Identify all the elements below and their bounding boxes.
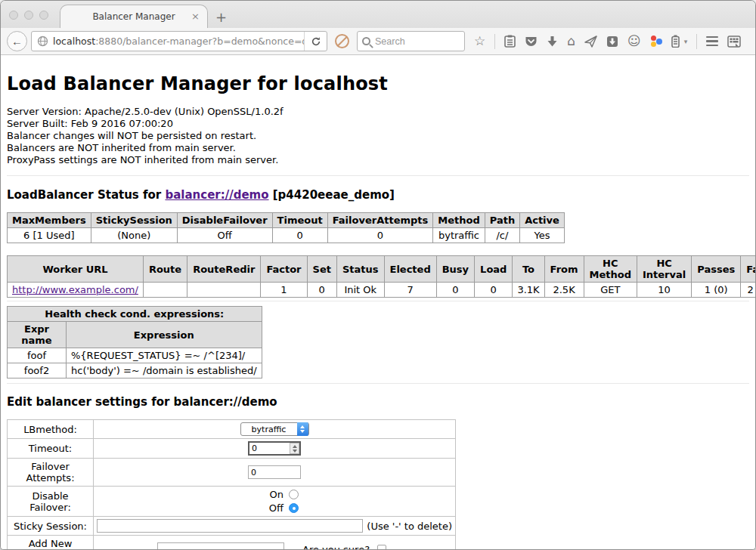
disable-failover-off-radio[interactable] — [289, 503, 299, 513]
page-title: Load Balancer Manager for localhost — [7, 73, 749, 94]
pocket-icon[interactable] — [525, 36, 538, 48]
traffic-lights — [9, 11, 48, 20]
column-header: Timeout — [272, 213, 327, 228]
keyboard-grid-icon[interactable] — [727, 36, 741, 48]
are-you-sure-checkbox[interactable] — [377, 545, 386, 550]
toolbar-icons: ☆ ⌂ ☺ ▾ — [474, 34, 741, 49]
send-plane-icon[interactable] — [584, 36, 597, 48]
window-zoom-button[interactable] — [39, 11, 48, 20]
content-blocked-icon[interactable] — [335, 34, 349, 48]
divider — [7, 383, 749, 384]
toolbar-separator — [696, 34, 697, 49]
column-header: Factor — [261, 256, 307, 283]
timeout-label: Timeout: — [8, 439, 94, 459]
window-minimize-button[interactable] — [24, 11, 33, 20]
radio-off-label: Off — [269, 502, 284, 514]
cell-elected: 7 — [384, 283, 436, 298]
disable-failover-on-radio[interactable] — [289, 490, 299, 499]
cell-method: bytraffic — [433, 228, 485, 243]
form-row-sticky-session: Sticky Session: (Use '-' to delete) — [8, 517, 456, 536]
feedback-smiley-icon[interactable]: ☺ — [627, 35, 641, 48]
cell-timeout: 0 — [272, 228, 327, 243]
lbmethod-label: LBmethod: — [8, 420, 94, 439]
column-header: To — [513, 256, 544, 283]
column-header: FailoverAttempts — [327, 213, 433, 228]
tab-bar: Balancer Manager × + — [1, 1, 755, 28]
table-row: http://www.example.com/ 1 0 Init Ok 7 0 … — [8, 283, 756, 298]
sticky-session-hint: (Use '-' to delete) — [367, 521, 452, 532]
server-built-line: Server Built: Feb 9 2016 07:00:20 — [7, 118, 749, 130]
form-row-failover-attempts: Failover Attempts: — [8, 459, 456, 487]
notice-line: Balancer changes will NOT be persisted o… — [7, 130, 749, 142]
download-icon[interactable] — [547, 36, 558, 48]
save-to-device-icon[interactable] — [606, 36, 618, 48]
column-header: HC Method — [584, 256, 637, 283]
column-header: Set — [307, 256, 336, 283]
are-you-sure-label: Are you sure? — [302, 544, 370, 550]
number-spinner-icon[interactable] — [290, 443, 299, 454]
table-row: foof2 hc('body') =~ /domain is establish… — [8, 363, 262, 379]
bookmark-star-icon[interactable]: ☆ — [474, 35, 485, 48]
search-input[interactable] — [375, 36, 451, 47]
color-dots-extension-icon[interactable] — [650, 36, 662, 48]
cell-expression: hc('body') =~ /domain is established/ — [67, 363, 262, 379]
add-worker-label: Add New Worker: — [8, 536, 94, 550]
reading-list-icon[interactable] — [504, 35, 516, 48]
worker-url-link[interactable]: http://www.example.com/ — [12, 284, 138, 295]
new-tab-button[interactable]: + — [215, 9, 227, 25]
cell-status: Init Ok — [336, 283, 384, 298]
failover-attempts-input[interactable] — [248, 465, 301, 479]
cell-disablefailover: Off — [177, 228, 272, 243]
select-stepper-icon — [297, 422, 308, 436]
add-worker-input[interactable] — [157, 542, 284, 550]
url-bar[interactable]: localhost:8880/balancer-manager?b=demo&n… — [31, 31, 327, 51]
radio-on-label: On — [270, 489, 284, 500]
url-path: :8880/balancer-manager?b=demo&nonce=decc… — [95, 36, 304, 47]
worker-status-table: Worker URL Route RouteRedir Factor Set S… — [7, 255, 756, 298]
notice-line: ProxyPass settings are NOT inherited fro… — [7, 154, 749, 166]
menu-hamburger-icon[interactable] — [706, 36, 718, 47]
balancer-demo-link[interactable]: balancer://demo — [165, 188, 268, 202]
reload-button[interactable] — [304, 31, 327, 51]
form-row-timeout: Timeout: — [8, 439, 456, 459]
divider — [7, 301, 749, 301]
cell-busy: 0 — [436, 283, 474, 298]
lbmethod-selected-value: bytraffic — [241, 425, 297, 434]
cell-route — [143, 283, 187, 298]
cell-hc-method: GET — [584, 283, 637, 298]
column-header: Path — [485, 213, 519, 228]
cell-expression: %{REQUEST_STATUS} =~ /^[234]/ — [67, 348, 262, 363]
column-header: MaxMembers — [8, 213, 91, 228]
battery-extension-icon[interactable] — [671, 35, 680, 48]
cell-fails: 2 (0) — [741, 283, 756, 298]
cell-hc-interval: 10 — [637, 283, 691, 298]
column-header: Passes — [692, 256, 741, 283]
table-header-row: Worker URL Route RouteRedir Factor Set S… — [8, 256, 756, 283]
column-header: Active — [520, 213, 565, 228]
window-close-button[interactable] — [9, 11, 18, 20]
lbmethod-select[interactable]: bytraffic — [240, 422, 309, 436]
status-heading-prefix: LoadBalancer Status for — [7, 188, 165, 202]
column-header: Load — [475, 256, 513, 283]
tab-close-icon[interactable]: × — [191, 11, 200, 22]
overflow-caret-icon[interactable]: ▾ — [684, 38, 688, 45]
back-button[interactable]: ← — [7, 31, 27, 51]
cell-failoverattempts: 0 — [327, 228, 433, 243]
table-header-row: Expr name Expression — [8, 322, 262, 348]
browser-window: Balancer Manager × + ← localhost:8880/ba… — [0, 0, 756, 550]
cell-stickysession: (None) — [91, 228, 177, 243]
url-text: localhost:8880/balancer-manager?b=demo&n… — [53, 36, 304, 47]
sticky-session-label: Sticky Session: — [8, 517, 94, 536]
home-icon[interactable]: ⌂ — [567, 35, 575, 48]
loadbalancer-status-heading: LoadBalancer Status for balancer://demo … — [7, 188, 749, 202]
search-bar[interactable] — [357, 31, 465, 51]
sticky-session-input[interactable] — [97, 519, 363, 533]
cell-expr-name: foof — [8, 348, 67, 363]
cell-factor: 1 — [261, 283, 307, 298]
cell-worker-url: http://www.example.com/ — [8, 283, 144, 298]
url-host: localhost — [53, 36, 95, 47]
page-content: Load Balancer Manager for localhost Serv… — [1, 55, 755, 550]
tab-balancer-manager[interactable]: Balancer Manager × — [60, 5, 208, 28]
tab-title: Balancer Manager — [92, 11, 175, 22]
cell-maxmembers: 6 [1 Used] — [8, 228, 91, 243]
